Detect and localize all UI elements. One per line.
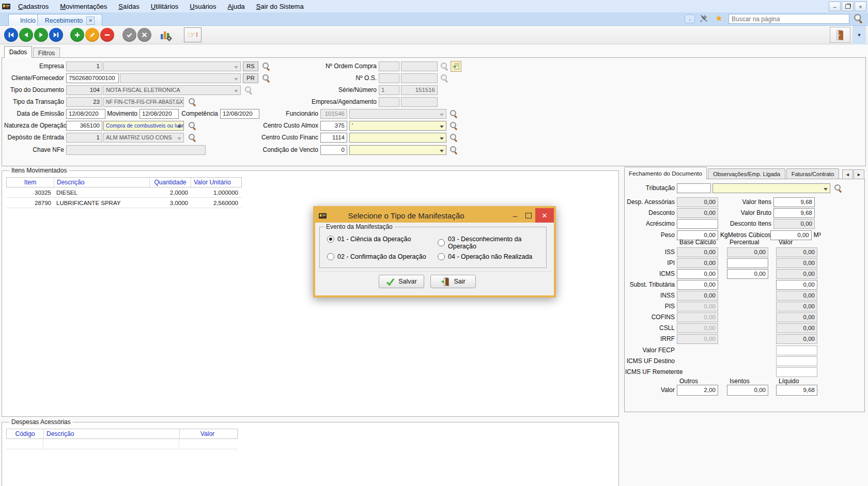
window-minimize-button[interactable]: –: [829, 2, 841, 11]
dialog-close-icon[interactable]: ✕: [535, 208, 554, 223]
chart-config-icon[interactable]: [158, 28, 174, 42]
next-record-button[interactable]: [34, 28, 48, 42]
empresa-agendamento-agend-field[interactable]: [401, 97, 438, 107]
deposito-entrada-search-icon[interactable]: [188, 133, 196, 142]
deposito-entrada-combo[interactable]: ALM MATRIZ USO CONS: [103, 133, 184, 143]
radio-ciencia-operacao[interactable]: 01 - Ciência da Operação: [327, 236, 411, 243]
menu-cadastros[interactable]: Cadastros: [12, 3, 54, 10]
tributacao-code-field[interactable]: [677, 183, 711, 193]
ipi-percentual-field[interactable]: [727, 258, 768, 268]
condicao-vencto-code-field[interactable]: 0: [320, 145, 347, 155]
funcionario-search-icon[interactable]: [450, 109, 458, 118]
sair-button[interactable]: Sair: [430, 275, 476, 288]
chave-nfe-field[interactable]: [66, 145, 206, 155]
icms-percentual-field[interactable]: 0,00: [727, 269, 768, 279]
dialog-maximize-icon[interactable]: [522, 208, 535, 223]
menu-sair-do-sistema[interactable]: Sair do Sistema: [251, 3, 309, 10]
condicao-vencto-combo[interactable]: [349, 145, 446, 155]
funcionario-combo[interactable]: [349, 109, 446, 119]
ordem-compra-seq-field[interactable]: [401, 61, 438, 71]
col-item[interactable]: Item: [7, 178, 54, 187]
icms-uf-remetente-field[interactable]: [776, 367, 817, 377]
tipo-transacao-code-field[interactable]: 23: [66, 97, 102, 107]
menu-ajuda[interactable]: Ajuda: [222, 3, 251, 10]
tipo-documento-combo[interactable]: NOTA FISCAL ELETRONICA: [103, 85, 241, 95]
ordem-compra-num-field[interactable]: [379, 61, 399, 71]
window-close-button[interactable]: ×: [855, 2, 866, 11]
natureza-operacao-search-icon[interactable]: [188, 121, 196, 130]
cliente-fornecedor-code-field[interactable]: 75026807000100: [66, 73, 119, 83]
despesas-empty-row[interactable]: [6, 439, 238, 449]
tipo-transacao-search-icon[interactable]: [188, 98, 196, 106]
exit-door-button[interactable]: [830, 27, 850, 43]
data-emissao-field[interactable]: 12/08/2020: [66, 109, 105, 119]
menu-movimentacoes[interactable]: Movimentações: [54, 3, 113, 10]
condicao-vencto-search-icon[interactable]: [450, 146, 458, 154]
radio-confirmacao-operacao[interactable]: 02 - Confirmação da Operação: [327, 253, 426, 260]
menu-utilitarios[interactable]: Utilitários: [145, 3, 184, 10]
item-row[interactable]: 28790 LUBRIFICANTE SPRAY 3,0000 2,560000: [6, 198, 242, 208]
radio-operacao-nao-realizada[interactable]: 04 - Operação não Realizada: [438, 253, 532, 260]
first-record-button[interactable]: [4, 28, 18, 42]
valor-outros-field[interactable]: 2,00: [677, 385, 718, 396]
manifestacao-dialog-titlebar[interactable]: Selecione o Tipo de Manifestação – ✕: [315, 208, 554, 223]
os-search-icon[interactable]: [440, 74, 448, 82]
edit-record-button[interactable]: [85, 28, 99, 42]
col-descricao[interactable]: Descrição: [44, 429, 180, 438]
previous-record-button[interactable]: [19, 28, 33, 42]
empresa-code-field[interactable]: 1: [66, 61, 102, 71]
centro-custo-almox-combo[interactable]: ': [349, 121, 446, 131]
natureza-operacao-code-field[interactable]: 365100: [66, 121, 102, 131]
icms-uf-destino-field[interactable]: [776, 356, 817, 366]
icms-base-field[interactable]: 0,00: [677, 269, 718, 279]
tab-recebimento[interactable]: Recebimento ✕: [37, 14, 102, 26]
menu-saidas[interactable]: Saídas: [113, 3, 145, 10]
salvar-button[interactable]: Salvar: [379, 275, 424, 288]
funcionario-code-field[interactable]: 101546: [320, 109, 347, 119]
menu-usuarios[interactable]: Usuários: [184, 3, 222, 10]
os-seq-field[interactable]: [401, 73, 438, 83]
tab-fechamento-documento[interactable]: Fechamento do Documento: [624, 167, 707, 179]
deposito-entrada-code-field[interactable]: 1: [66, 133, 102, 143]
tributacao-search-icon[interactable]: [834, 184, 842, 192]
importar-ordem-icon[interactable]: [451, 61, 461, 72]
col-valor-unitario[interactable]: Valor Unitário: [191, 178, 241, 187]
search-input[interactable]: [729, 14, 849, 24]
manifest-hand-button[interactable]: ☞ ⁞: [184, 27, 202, 42]
ordem-compra-search-icon[interactable]: [440, 62, 448, 70]
confirm-button[interactable]: [122, 28, 136, 42]
tab-faturas-contrato[interactable]: Faturas/Contrato: [786, 168, 839, 179]
empresa-name-combo[interactable]: [103, 61, 241, 71]
tab-close-icon[interactable]: ✕: [86, 17, 95, 25]
delete-record-button[interactable]: [100, 28, 114, 42]
last-record-button[interactable]: [49, 28, 63, 42]
acrescimo-field[interactable]: [677, 219, 718, 229]
col-valor[interactable]: Valor: [180, 429, 235, 438]
panel-tab-scroll-left-icon[interactable]: ◄: [842, 169, 853, 179]
cliente-fornecedor-name-combo[interactable]: [120, 73, 241, 83]
tab-filtros[interactable]: Filtros: [33, 48, 60, 58]
centro-custo-financ-code-field[interactable]: 1114: [320, 133, 347, 143]
movimento-field[interactable]: 12/08/2020: [140, 109, 179, 119]
subst-valor-field[interactable]: 0,00: [776, 280, 817, 290]
col-descricao[interactable]: Descrição: [54, 178, 150, 187]
chevron-down-icon[interactable]: ⌄: [685, 14, 695, 23]
tributacao-combo[interactable]: [712, 183, 830, 193]
centro-custo-financ-search-icon[interactable]: [450, 133, 458, 142]
favorite-star-icon[interactable]: ★: [715, 13, 723, 24]
cancel-button[interactable]: [137, 28, 151, 42]
col-quantidade[interactable]: Quantidade: [150, 178, 191, 187]
panel-tab-scroll-right-icon[interactable]: ►: [854, 169, 864, 179]
empresa-agendamento-emp-field[interactable]: [379, 97, 399, 107]
toolbar-overflow-arrow[interactable]: ▼: [853, 26, 866, 44]
tab-dados[interactable]: Dados: [4, 46, 32, 58]
centro-custo-almox-search-icon[interactable]: [450, 121, 458, 130]
valor-fecp-field[interactable]: [776, 346, 817, 355]
valor-isentos-field[interactable]: 0,00: [727, 385, 768, 396]
col-codigo[interactable]: Código: [7, 429, 44, 438]
subst-base-field[interactable]: 0,00: [677, 280, 718, 290]
os-num-field[interactable]: [379, 73, 399, 83]
search-page-icon[interactable]: [854, 13, 863, 23]
tab-observacoes-emp-ligada[interactable]: Observações/Emp. Ligada: [708, 168, 785, 179]
centro-custo-financ-combo[interactable]: [349, 133, 446, 143]
